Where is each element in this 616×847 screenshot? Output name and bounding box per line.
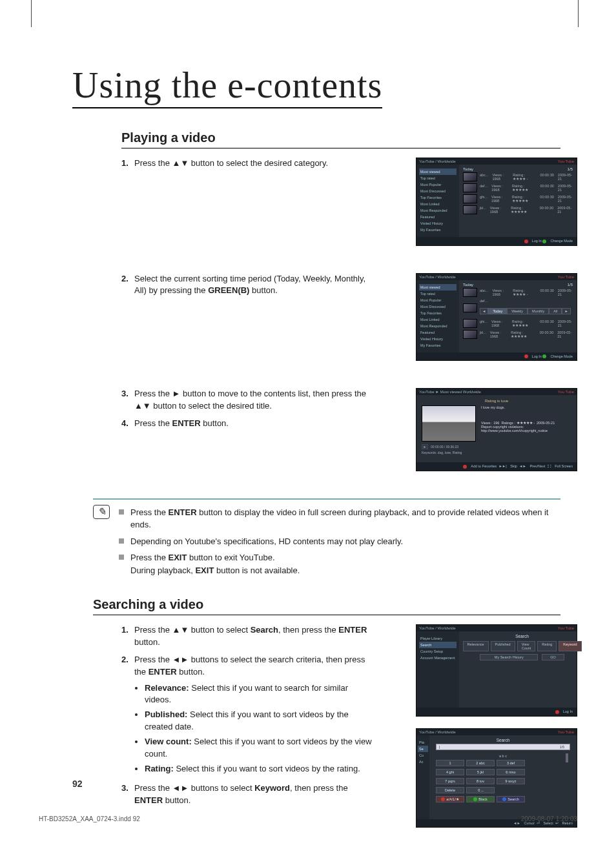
screenshot-sort: YouTube / WorldwideYou Tube Most viewed … xyxy=(416,273,577,362)
sstep1-num: 1. xyxy=(121,624,134,649)
note3: Press the EXIT button to exit YouTube.Du… xyxy=(130,551,300,577)
video-thumb xyxy=(422,405,476,442)
sstep1-text: Press the ▲▼ button to select Search, th… xyxy=(134,624,376,649)
step1-num: 1. xyxy=(121,158,134,170)
footer: HT-BD3252A_XAA_0724-3.indd 92 2009-08-07… xyxy=(39,815,577,822)
note-icon: ✎ xyxy=(93,505,110,519)
sstep2-text: Press the ◄► buttons to select the searc… xyxy=(134,654,376,778)
step3-text: Press the ► button to move to the conten… xyxy=(134,388,376,413)
step4-text: Press the ENTER button. xyxy=(134,418,376,430)
footer-left: HT-BD3252A_XAA_0724-3.indd 92 xyxy=(39,815,140,822)
step4-num: 4. xyxy=(121,418,134,430)
note2: Depending on Youtube's specifications, H… xyxy=(130,535,403,548)
sstep2-num: 2. xyxy=(121,654,134,778)
step3-num: 3. xyxy=(121,388,134,413)
screenshot-search: YouTube / WorldwideYou Tube Player Libra… xyxy=(416,624,577,717)
screenshot-category: YouTube / WorldwideYou Tube Most viewed … xyxy=(416,158,577,246)
step2-text: Select the current sorting time period (… xyxy=(134,273,376,298)
note1: Press the ENTER button to display the vi… xyxy=(130,506,560,531)
note-block: ✎ Press the ENTER button to display the … xyxy=(93,498,560,581)
sstep3-num: 3. xyxy=(121,782,134,807)
step2-num: 2. xyxy=(121,273,134,298)
screenshot-keyboard: YouTube / WorldwideYou Tube Pla Se Co Ac… xyxy=(416,728,577,828)
chapter-title: Using the e-contents xyxy=(72,65,382,108)
kbd-input: |1/5 xyxy=(436,744,570,750)
page-number: 92 xyxy=(72,779,83,789)
sort-tabs: ◄TodayWeeklyMonthlyAll► xyxy=(480,308,573,314)
sstep3-text: Press the ◄► buttons to select Keyword, … xyxy=(134,782,376,807)
ss1-sidebar: Most viewed Top rated Most Popular Most … xyxy=(416,165,459,237)
section-playing: Playing a video xyxy=(121,130,560,148)
section-searching: Searching a video xyxy=(93,597,560,615)
step1-text: Press the ▲▼ button to select the desire… xyxy=(134,158,376,170)
footer-right: 2009-08-07 1:20:03 xyxy=(521,815,577,822)
page: Using the e-contents Playing a video 1. … xyxy=(0,0,616,847)
screenshot-detail: YouTube ► Most viewed WorldwideYou Tube … xyxy=(416,388,577,471)
